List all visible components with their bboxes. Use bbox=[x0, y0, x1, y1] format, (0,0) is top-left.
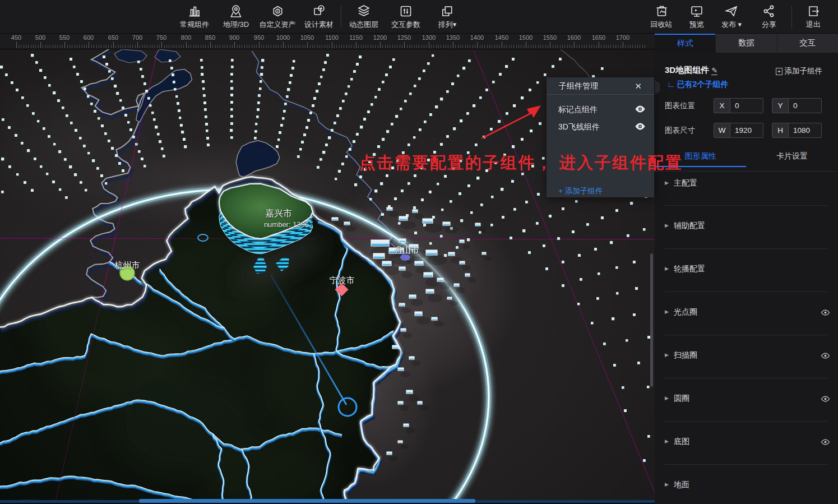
svg-text:number: 1396: number: 1396 bbox=[264, 220, 309, 229]
svg-text:宁波市: 宁波市 bbox=[330, 275, 355, 285]
svg-text:杭州市: 杭州市 bbox=[114, 260, 140, 270]
svg-text:舟山市: 舟山市 bbox=[395, 246, 419, 255]
svg-text:嘉兴市: 嘉兴市 bbox=[265, 209, 292, 218]
